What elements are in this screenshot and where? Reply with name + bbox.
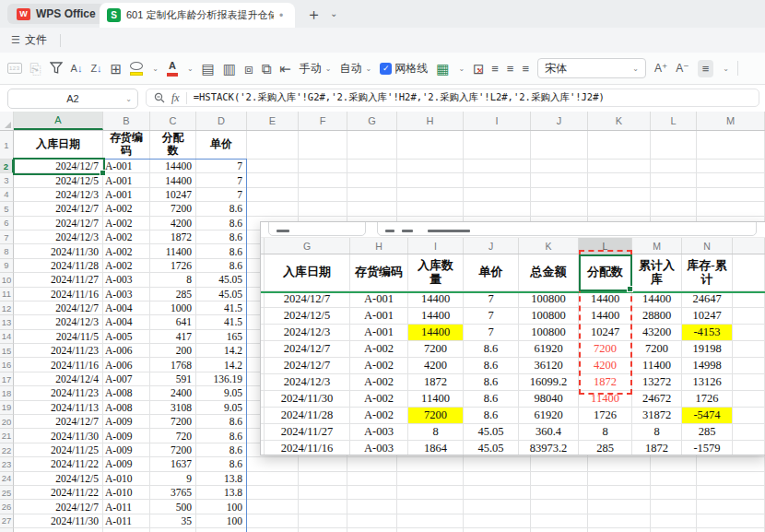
- cell-C1[interactable]: 分配数: [150, 131, 196, 160]
- cell-D15[interactable]: 14.2: [196, 344, 247, 358]
- cell-M27[interactable]: [697, 514, 765, 528]
- overlay-cell-H[interactable]: A-003: [350, 424, 408, 441]
- cell-A3[interactable]: 2024/12/5: [14, 173, 103, 187]
- cell-H2[interactable]: [397, 160, 464, 173]
- cell-C3[interactable]: 14400: [150, 173, 196, 187]
- overlay-cell-N[interactable]: 1726: [682, 391, 733, 408]
- cell-G26[interactable]: [347, 500, 397, 514]
- cell-G27[interactable]: [347, 514, 397, 528]
- row-header-12[interactable]: 12: [0, 301, 14, 315]
- cell-E26[interactable]: [247, 500, 299, 514]
- cell-L26[interactable]: [651, 500, 697, 514]
- cell-L1[interactable]: [651, 131, 697, 160]
- cell-C14[interactable]: 417: [150, 330, 196, 344]
- number-format-icon[interactable]: 123: [7, 63, 22, 74]
- overlay-cell-N[interactable]: 285: [682, 424, 733, 441]
- overlay-cell-undefined[interactable]: [733, 291, 765, 308]
- cell-A21[interactable]: 2024/11/30: [14, 429, 103, 443]
- cell-A18[interactable]: 2024/11/23: [14, 386, 103, 400]
- name-box[interactable]: A2 ⌄: [7, 89, 138, 109]
- overlay-cell-M[interactable]: 1872: [632, 441, 682, 455]
- cell-K3[interactable]: [588, 173, 651, 187]
- cell-J1[interactable]: [531, 131, 588, 160]
- overlay-cell-G[interactable]: 2024/12/3: [265, 374, 350, 391]
- row-header-3[interactable]: 3: [0, 173, 14, 187]
- cell-E23[interactable]: [247, 457, 299, 471]
- cell-B5[interactable]: A-002: [103, 202, 150, 216]
- overlay-cell-H[interactable]: A-002: [350, 341, 408, 358]
- cell-B19[interactable]: A-008: [103, 401, 150, 415]
- cell-D24[interactable]: 13.8: [196, 472, 247, 486]
- search-icon[interactable]: [154, 92, 165, 103]
- cell-E28[interactable]: [247, 528, 299, 532]
- cell-D7[interactable]: 8.6: [196, 231, 247, 244]
- cell-C22[interactable]: 7200: [150, 443, 196, 457]
- overlay-cell-M[interactable]: 累计入库: [632, 254, 682, 291]
- overlay-cell-undefined[interactable]: [733, 374, 765, 391]
- cell-J2[interactable]: [531, 160, 588, 173]
- row-header-24[interactable]: 24: [0, 472, 14, 486]
- cell-A5[interactable]: 2024/12/7: [14, 202, 103, 216]
- fill-color-icon[interactable]: [130, 62, 143, 76]
- cell-D25[interactable]: 13.8: [196, 486, 247, 500]
- cell-H3[interactable]: [397, 173, 464, 187]
- overlay-cell-undefined[interactable]: [733, 408, 765, 424]
- overlay-cell-G[interactable]: 2024/12/7: [265, 358, 350, 374]
- cell-K23[interactable]: [588, 457, 651, 471]
- overlay-cell-N[interactable]: 14998: [682, 358, 733, 374]
- cell-E4[interactable]: [247, 188, 299, 202]
- col-header-I[interactable]: I: [464, 112, 531, 130]
- overlay-cell-J[interactable]: 7: [464, 291, 519, 308]
- decrease-font-icon[interactable]: A⁻: [676, 63, 688, 74]
- overlay-cell-H[interactable]: A-001: [350, 308, 408, 325]
- cell-I5[interactable]: [464, 202, 531, 216]
- cell-L23[interactable]: [651, 457, 697, 471]
- cell-M4[interactable]: [697, 188, 765, 202]
- row-header-1[interactable]: 1: [0, 131, 14, 160]
- cell-G25[interactable]: [347, 486, 397, 500]
- cell-A8[interactable]: 2024/11/30: [14, 244, 103, 258]
- overlay-cell-undefined[interactable]: [733, 341, 765, 358]
- cell-C23[interactable]: 1637: [150, 457, 196, 471]
- auto-recalc-button[interactable]: 自动 ⌄: [340, 61, 372, 77]
- cell-G2[interactable]: [347, 160, 397, 173]
- overlay-cell-J[interactable]: 8.6: [464, 358, 519, 374]
- overlay-cell-undefined[interactable]: [733, 441, 765, 455]
- cell-J25[interactable]: [531, 486, 588, 500]
- overlay-cell-N[interactable]: -1579: [682, 441, 733, 455]
- overlay-col-header-K[interactable]: K: [519, 238, 579, 254]
- overlay-cell-G[interactable]: 2024/11/30: [265, 391, 350, 408]
- active-cell-selection[interactable]: [13, 158, 105, 175]
- cell-G23[interactable]: [347, 457, 397, 471]
- cell-A4[interactable]: 2024/12/3: [14, 188, 103, 202]
- overlay-cell-J[interactable]: 8.6: [464, 341, 519, 358]
- overlay-cell-N[interactable]: 24647: [682, 291, 733, 308]
- align-right-icon[interactable]: ≡: [522, 63, 529, 75]
- overlay-cell-undefined[interactable]: [733, 391, 765, 408]
- overlay-cell-L[interactable]: 8: [579, 424, 632, 441]
- cell-H27[interactable]: [397, 514, 464, 528]
- cell-C16[interactable]: 1768: [150, 358, 196, 372]
- cell-B23[interactable]: A-009: [103, 457, 150, 471]
- cell-A11[interactable]: 2024/11/16: [14, 288, 103, 301]
- cell-B16[interactable]: A-006: [103, 358, 150, 372]
- cell-D23[interactable]: 8.6: [196, 457, 247, 471]
- cell-D14[interactable]: 165: [196, 330, 247, 344]
- distribute-columns-icon[interactable]: ▥: [223, 62, 236, 76]
- cell-I4[interactable]: [464, 188, 531, 202]
- row-header-10[interactable]: 10: [0, 273, 14, 287]
- cell-B9[interactable]: A-002: [103, 259, 150, 273]
- row-header-26[interactable]: 26: [0, 500, 14, 514]
- cell-D17[interactable]: 136.19: [196, 372, 247, 386]
- cell-D4[interactable]: 7: [196, 188, 247, 202]
- cell-E2[interactable]: [247, 160, 299, 173]
- cell-I26[interactable]: [464, 500, 531, 514]
- col-header-A[interactable]: A: [14, 112, 103, 130]
- cell-C2[interactable]: 14400: [150, 160, 196, 173]
- overlay-cell-K[interactable]: 100800: [519, 291, 579, 308]
- overlay-cell-I[interactable]: 14400: [408, 325, 464, 341]
- cell-G1[interactable]: [347, 131, 397, 160]
- cell-E5[interactable]: [247, 202, 299, 216]
- cell-F23[interactable]: [299, 457, 347, 471]
- cell-L5[interactable]: [651, 202, 697, 216]
